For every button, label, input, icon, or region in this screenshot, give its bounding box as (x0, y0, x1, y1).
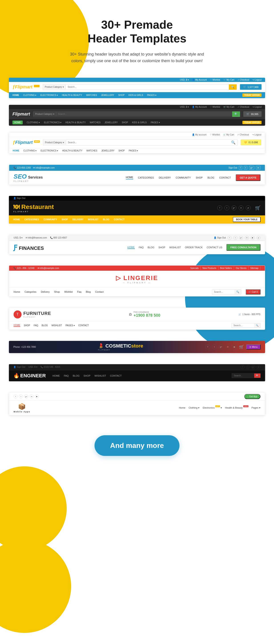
t6-nav-wishlist[interactable]: WISHLIST (169, 246, 181, 249)
t10-nav-faq[interactable]: FAQ (64, 374, 69, 377)
t11-nav-pages[interactable]: Pages ▾ (251, 406, 260, 409)
t8-nav-faq[interactable]: FAQ (34, 324, 38, 327)
t6-social-p[interactable]: p (256, 236, 260, 240)
t8-nav-wishlist[interactable]: WISHLIST (51, 324, 62, 327)
t5-nav-community[interactable]: COMMUNITY (43, 218, 57, 221)
t2-search[interactable]: Product Category ▾ 🔍 (33, 111, 240, 117)
t1-nav-clothing[interactable]: CLOTHING ▾ (23, 94, 36, 96)
t7-link-newproducts[interactable]: New Products (201, 266, 218, 270)
t7-search-icon[interactable]: 🔍 (234, 290, 241, 294)
t7-nav-home[interactable]: Home (14, 290, 20, 293)
t9-social-tw[interactable]: t (212, 344, 217, 349)
t6-nav-blog[interactable]: BLOG (148, 246, 155, 249)
t10-social-gp[interactable]: g+ (251, 365, 255, 369)
t1-cart-button[interactable]: 🛒 1,577,988 (240, 84, 261, 90)
t11-nav-health[interactable]: Health & Beauty NEW (225, 406, 248, 409)
t5-nav-delivery[interactable]: DELIVERY (72, 218, 83, 221)
t3-search[interactable]: Product Category ▾ 🔍 (43, 139, 237, 146)
and-many-more-button[interactable]: And many more (94, 435, 180, 456)
t6-nav-ordertrack[interactable]: ORDER TRACK (185, 246, 203, 249)
t3-nav-shop[interactable]: SHOP (118, 150, 125, 152)
t6-signout[interactable]: 👤 Sign Out (214, 236, 226, 239)
t1-nav-pages[interactable]: PAGES ▾ (147, 94, 156, 96)
t11-social-fb[interactable]: f (14, 394, 18, 398)
t5-nav-blog[interactable]: BLOG (103, 218, 109, 221)
t5-signout[interactable]: 👤 Sign Out (13, 197, 25, 200)
t3-nav-clothing[interactable]: CLOTHING ▾ (23, 150, 37, 152)
t3-nav-electronics[interactable]: ELECTRONICS ▾ (41, 150, 58, 152)
t2-nav-clothing[interactable]: CLOTHING ▾ (27, 121, 40, 124)
t6-nav-faq[interactable]: FAQ (139, 246, 144, 249)
t9-cart-icon[interactable]: 🛒 (239, 344, 244, 349)
t7-search[interactable]: 🔍 (212, 289, 241, 294)
t6-nav-shop[interactable]: SHOP (158, 246, 165, 249)
t4-nav-shop[interactable]: SHOP (196, 176, 203, 179)
t9-social-yt[interactable]: ▶ (232, 344, 237, 349)
t7-nav-delivery[interactable]: Delivery (41, 290, 50, 293)
t8-nav-pages[interactable]: PAGES ▾ (65, 324, 75, 327)
t1-nav-jewellery[interactable]: JEWELLERY (101, 94, 114, 96)
t10-search[interactable]: 🔍 (232, 373, 261, 378)
t9-social-fb[interactable]: f (205, 344, 210, 349)
t6-social-fb[interactable]: f (227, 236, 231, 240)
t1-search-input[interactable] (66, 84, 229, 89)
t11-nav-home[interactable]: Home (179, 406, 185, 409)
t11-app-button[interactable]: ↓ Get App (244, 394, 260, 399)
t10-social-in[interactable]: in (257, 365, 261, 369)
t5-book-button[interactable]: BOOK YOUR TABLE (233, 217, 261, 222)
t7-cart-button[interactable]: 🛒 Cart 0 (246, 289, 260, 294)
t2-cart-button[interactable]: 🛒 99,995 (243, 111, 261, 117)
t7-search-input[interactable] (212, 290, 234, 294)
t2-search-input[interactable] (56, 112, 232, 116)
t1-nav-electronics[interactable]: ELECTRONICS ▾ (40, 94, 58, 96)
t2-search-button[interactable]: 🔍 (232, 112, 240, 117)
t2-nav-pages[interactable]: PAGES ▾ (151, 121, 160, 124)
t2-category-select[interactable]: Product Category ▾ (33, 112, 56, 116)
t6-social-gp[interactable]: g+ (239, 236, 243, 240)
t5-nav-shop[interactable]: SHOP (62, 218, 68, 221)
t8-search[interactable]: 🔍 (231, 323, 260, 328)
t9-social-gp[interactable]: g+ (219, 344, 223, 349)
t6-social-in[interactable]: in (245, 236, 249, 240)
t11-nav-electronics[interactable]: Electronics HOT ▾ (203, 406, 222, 409)
t1-nav-health[interactable]: HEALTH & BEAUTY (62, 94, 82, 96)
t8-nav-home[interactable]: HOME (14, 324, 20, 327)
t2-nav-electronics[interactable]: ELECTRONICS ▾ (44, 121, 61, 124)
t4-social-in[interactable]: in (256, 166, 260, 170)
t6-nav-home[interactable]: HOME (127, 246, 135, 249)
t2-nav-shop[interactable]: SHOP (122, 121, 128, 124)
t2-nav-home[interactable]: HOME (13, 120, 23, 124)
t8-search-icon[interactable]: 🔍 (254, 323, 260, 328)
t7-nav-blog[interactable]: Blog (86, 290, 91, 293)
t7-nav-contact[interactable]: Contact (95, 290, 104, 293)
t3-nav-health[interactable]: HEALTH & BEAUTY (62, 150, 82, 152)
t8-cart-info[interactable]: 🛒 1 Items - 800 PPS (238, 313, 260, 316)
t6-nav-contact[interactable]: CONTACT US (207, 246, 222, 249)
t4-nav-home[interactable]: HOME (126, 176, 133, 180)
t4-nav-contact[interactable]: CONTACT (219, 176, 231, 179)
t6-social-yt[interactable]: ▶ (251, 236, 255, 240)
t10-nav-wishlist[interactable]: WISHLIST (94, 374, 106, 377)
t3-nav-pages[interactable]: PAGES ▾ (129, 150, 138, 152)
t4-signout[interactable]: Sign Out (228, 166, 237, 169)
t4-social-fb[interactable]: f (239, 166, 242, 170)
t3-category-select[interactable]: Product Category ▾ (43, 140, 66, 145)
t11-social-gp[interactable]: g+ (24, 394, 28, 398)
t9-social-in[interactable]: in (225, 344, 230, 349)
t5-social-tw[interactable]: t (224, 206, 229, 210)
t10-signout[interactable]: 👤 Sign Out (13, 366, 25, 368)
t2-nav-watches[interactable]: WATCHES (90, 121, 100, 124)
t4-social-tw[interactable]: t (244, 166, 247, 170)
t11-social-in[interactable]: in (30, 394, 34, 398)
t2-nav-jewellery[interactable]: JEWELLERY (104, 121, 118, 124)
t5-social-yt[interactable]: yt (246, 206, 251, 210)
t8-search-input[interactable] (232, 323, 254, 328)
t10-nav-shop[interactable]: SHOP (84, 374, 90, 377)
t10-social-tw[interactable]: t (246, 365, 250, 369)
t7-nav-faq[interactable]: Faq (77, 290, 81, 293)
t3-nav-watches[interactable]: WATCHES (86, 150, 97, 152)
t10-search-button[interactable]: 🔍 (254, 374, 260, 378)
t1-nav-shop[interactable]: SHOP (118, 94, 124, 96)
t1-nav-kids[interactable]: KIDS & GIRLS (128, 94, 143, 96)
t3-nav-home[interactable]: HOME (13, 150, 19, 152)
